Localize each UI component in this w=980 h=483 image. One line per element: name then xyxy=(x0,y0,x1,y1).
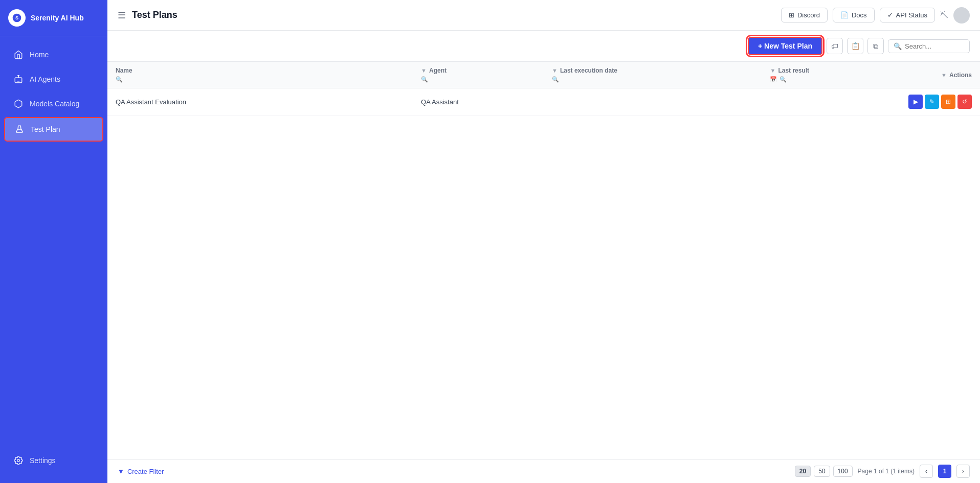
col-last-result: ▼ Last result 📅 🔍 xyxy=(762,62,893,88)
api-icon: ✓ xyxy=(887,11,893,19)
search-input[interactable] xyxy=(905,42,964,50)
col-actions-filter-icon: ▼ xyxy=(941,72,947,78)
flask-icon xyxy=(14,124,25,134)
page-size-50[interactable]: 50 xyxy=(814,466,830,477)
api-status-button[interactable]: ✓ API Status xyxy=(880,8,935,22)
col-led-filter-icon: ▼ xyxy=(552,67,558,74)
current-page: 1 xyxy=(938,465,951,478)
logo-icon: S xyxy=(8,9,26,27)
logo: S Serenity AI Hub xyxy=(0,0,107,36)
page-info: Page 1 of 1 (1 items) xyxy=(858,468,915,475)
col-name-label: Name xyxy=(116,67,132,74)
name-search-icon: 🔍 xyxy=(116,76,123,83)
docs-icon: 📄 xyxy=(840,11,849,19)
main-content: ☰ Test Plans ⊞ Discord 📄 Docs ✓ API Stat… xyxy=(107,0,980,483)
create-filter-label: Create Filter xyxy=(127,468,164,475)
table-body: QA Assistant Evaluation QA Assistant ▶ ✎… xyxy=(107,88,980,116)
cell-actions: ▶ ✎ ⊞ ↺ xyxy=(893,88,980,116)
cell-name: QA Assistant Evaluation xyxy=(107,88,413,116)
table-container: Name 🔍 ▼ Agent 🔍 xyxy=(107,62,980,459)
menu-icon[interactable]: ☰ xyxy=(118,10,126,21)
col-lr-label: Last result xyxy=(778,67,809,74)
footer: ▼ Create Filter 20 50 100 Page 1 of 1 (1… xyxy=(107,459,980,483)
lr-search-icon: 🔍 xyxy=(779,76,787,83)
discord-icon: ⊞ xyxy=(789,11,794,19)
svg-text:S: S xyxy=(15,15,18,20)
col-agent-filter-icon: ▼ xyxy=(421,67,427,74)
page-size-100[interactable]: 100 xyxy=(833,466,853,477)
svg-point-4 xyxy=(17,459,20,462)
header-left: ☰ Test Plans xyxy=(118,10,781,21)
search-box: 🔍 xyxy=(888,39,970,53)
sidebar-item-ai-agents-label: AI Agents xyxy=(30,75,60,83)
page-size-20[interactable]: 20 xyxy=(795,466,811,477)
sidebar-item-test-plan[interactable]: Test Plan xyxy=(4,117,103,142)
led-search-icon: 🔍 xyxy=(552,76,559,83)
filter-icon: ▼ xyxy=(118,468,124,475)
svg-point-3 xyxy=(18,76,19,77)
nav: Home AI Agents Models Catalog xyxy=(0,36,107,442)
create-filter-button[interactable]: ▼ Create Filter xyxy=(118,468,164,475)
sidebar-bottom: Settings xyxy=(0,442,107,483)
discord-label: Discord xyxy=(797,11,820,19)
sidebar-item-settings-label: Settings xyxy=(30,456,56,465)
docs-button[interactable]: 📄 Docs xyxy=(833,8,875,22)
logo-text: Serenity AI Hub xyxy=(31,14,84,22)
run-button[interactable]: ▶ xyxy=(908,95,923,109)
svg-rect-2 xyxy=(15,78,22,83)
sidebar: S Serenity AI Hub Home AI Agents xyxy=(0,0,107,483)
sidebar-item-models-catalog-label: Models Catalog xyxy=(30,100,79,108)
copy-icon-button[interactable]: 📋 xyxy=(847,38,863,54)
col-actions-label: Actions xyxy=(949,72,972,79)
col-actions: ▼ Actions xyxy=(893,62,980,88)
toolbar: + New Test Plan 🏷 📋 ⧉ 🔍 xyxy=(107,31,980,62)
sidebar-item-test-plan-label: Test Plan xyxy=(31,125,60,133)
sidebar-item-settings[interactable]: Settings xyxy=(4,449,103,472)
col-agent-label: Agent xyxy=(429,67,447,74)
edit-button[interactable]: ✎ xyxy=(925,95,939,109)
duplicate-icon-button[interactable]: ⧉ xyxy=(867,38,884,54)
filter-icon[interactable]: ⛏ xyxy=(940,11,948,20)
copy-button[interactable]: ⊞ xyxy=(941,95,955,109)
test-plans-table: Name 🔍 ▼ Agent 🔍 xyxy=(107,62,980,116)
delete-button[interactable]: ↺ xyxy=(957,95,972,109)
sidebar-item-ai-agents[interactable]: AI Agents xyxy=(4,68,103,90)
pagination: 20 50 100 Page 1 of 1 (1 items) ‹ 1 › xyxy=(795,465,970,478)
api-status-label: API Status xyxy=(896,11,927,19)
new-test-plan-button[interactable]: + New Test Plan xyxy=(748,37,822,55)
col-last-execution-date: ▼ Last execution date 🔍 xyxy=(544,62,762,88)
home-icon xyxy=(13,50,24,60)
sidebar-item-models-catalog[interactable]: Models Catalog xyxy=(4,93,103,115)
agent-search-icon: 🔍 xyxy=(421,76,428,83)
prev-page-button[interactable]: ‹ xyxy=(920,465,933,478)
search-icon: 🔍 xyxy=(894,42,902,50)
cell-agent: QA Assistant xyxy=(413,88,544,116)
table-area: Name 🔍 ▼ Agent 🔍 xyxy=(107,62,980,459)
page-sizes: 20 50 100 xyxy=(795,466,853,477)
cube-icon xyxy=(13,99,24,109)
header: ☰ Test Plans ⊞ Discord 📄 Docs ✓ API Stat… xyxy=(107,0,980,31)
robot-icon xyxy=(13,74,24,84)
avatar xyxy=(953,7,970,24)
col-lr-filter-icon: ▼ xyxy=(770,67,775,74)
next-page-button[interactable]: › xyxy=(956,465,970,478)
table-row: QA Assistant Evaluation QA Assistant ▶ ✎… xyxy=(107,88,980,116)
page-title: Test Plans xyxy=(132,10,177,20)
cell-last-result xyxy=(762,88,893,116)
sidebar-item-home-label: Home xyxy=(30,51,49,59)
lr-cal-icon: 📅 xyxy=(770,76,777,83)
cell-last-execution-date xyxy=(544,88,762,116)
sidebar-item-home[interactable]: Home xyxy=(4,43,103,66)
discord-button[interactable]: ⊞ Discord xyxy=(781,8,828,22)
col-led-label: Last execution date xyxy=(560,67,617,74)
table-header: Name 🔍 ▼ Agent 🔍 xyxy=(107,62,980,88)
header-right: ⊞ Discord 📄 Docs ✓ API Status ⛏ xyxy=(781,7,970,24)
tag-icon-button[interactable]: 🏷 xyxy=(827,38,843,54)
col-name: Name 🔍 xyxy=(107,62,413,88)
docs-label: Docs xyxy=(852,11,867,19)
gear-icon xyxy=(13,455,24,466)
col-agent: ▼ Agent 🔍 xyxy=(413,62,544,88)
